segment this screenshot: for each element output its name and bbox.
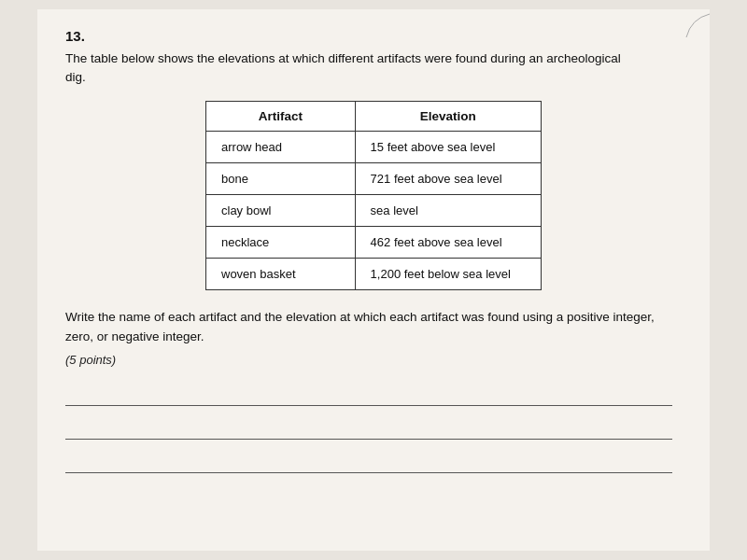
artifact-cell: clay bowl [206,194,356,226]
exam-page: 13. The table below shows the elevations… [37,9,710,551]
artifact-cell: bone [206,162,356,194]
elevation-cell: 15 feet above sea level [355,131,541,162]
elevation-column-header: Elevation [355,101,541,131]
table-row: arrow head15 feet above sea level [206,131,542,162]
question-text: The table below shows the elevations at … [65,49,626,88]
artifact-cell: arrow head [206,131,356,162]
elevation-cell: 1,200 feet below sea level [355,258,541,289]
answer-lines-container [65,380,682,473]
artifact-cell: woven basket [206,258,356,289]
write-instruction: Write the name of each artifact and the … [65,307,672,347]
table-row: necklace462 feet above sea level [206,226,542,258]
answer-line-1[interactable] [65,380,672,406]
elevation-cell: 721 feet above sea level [355,162,541,194]
answer-line-2[interactable] [65,413,672,440]
elevation-cell: sea level [355,194,541,226]
table-row: bone721 feet above sea level [206,162,542,194]
artifact-table-container: Artifact Elevation arrow head15 feet abo… [65,101,682,290]
points-label: (5 points) [65,353,682,367]
artifact-table: Artifact Elevation arrow head15 feet abo… [205,101,542,290]
artifact-cell: necklace [206,226,356,258]
table-header-row: Artifact Elevation [206,101,542,131]
elevation-cell: 462 feet above sea level [355,226,541,258]
question-number: 13. [65,28,682,44]
table-row: clay bowlsea level [206,194,542,226]
answer-line-3[interactable] [65,447,672,473]
table-row: woven basket1,200 feet below sea level [206,258,542,289]
artifact-column-header: Artifact [206,101,356,131]
